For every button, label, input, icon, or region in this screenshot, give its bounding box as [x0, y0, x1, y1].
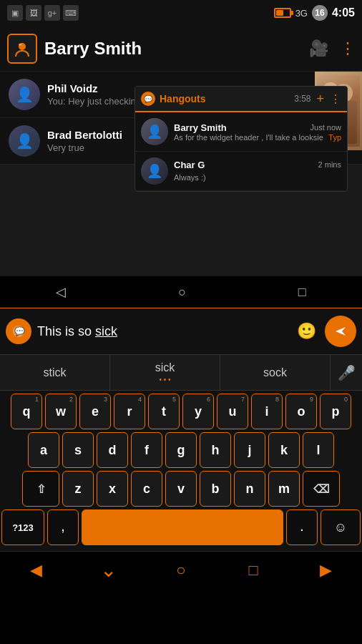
signal-text: 3G	[295, 8, 308, 19]
bottom-forward-button[interactable]: ▶	[304, 552, 347, 588]
message-text-plain: This is so	[37, 324, 95, 338]
svg-text:💬: 💬	[14, 326, 25, 336]
widget-header-left: 💬 Hangouts	[141, 92, 206, 106]
bottom-navigation: ◀ ⌄ ○ □ ▶	[0, 551, 362, 588]
word-suggestions-bar: stick sick • • • sock 🎤	[0, 355, 362, 391]
widget-header: 💬 Hangouts 3:58 + ⋮	[135, 87, 347, 112]
widget-name-char: Char G	[174, 160, 205, 170]
app-icon-3: g+	[44, 5, 60, 21]
widget-avatar-barry: 👤	[141, 118, 168, 145]
avatar-brad: 👤	[9, 125, 40, 157]
app-icon-2: 🖼	[26, 5, 41, 21]
contact-name: Barry Smith	[44, 39, 309, 59]
video-call-icon[interactable]: 🎥	[309, 39, 328, 58]
nav-home-icon[interactable]: ○	[178, 285, 186, 300]
keyboard-row-4: ?123 , . ☺	[1, 509, 361, 545]
status-icons-right: 3G 16 4:05	[274, 5, 355, 21]
conversation-area: 👤 Phil Voidz You: Hey just checking in w…	[0, 72, 362, 308]
key-w[interactable]: 2w	[45, 394, 77, 429]
avatar-phil: 👤	[9, 79, 40, 110]
keyboard-row-3: ⇧ z x c v b n m ⌫	[1, 471, 361, 507]
contact-avatar: ''	[7, 34, 37, 64]
svg-text:'': ''	[19, 43, 21, 51]
key-k[interactable]: k	[268, 432, 300, 468]
key-r[interactable]: 4r	[114, 394, 145, 429]
widget-content-char: Char G 2 mins Always :)	[174, 160, 341, 183]
message-input-area: 💬 This is so sick 🙂	[0, 308, 362, 355]
bottom-back-button[interactable]: ◀	[15, 552, 58, 588]
widget-name-barry: Barry Smith	[174, 122, 227, 133]
key-shift[interactable]: ⇧	[22, 471, 59, 507]
widget-add-icon[interactable]: +	[316, 92, 324, 107]
header-actions: 🎥 ⋮	[309, 39, 355, 58]
key-v[interactable]: v	[165, 471, 197, 507]
app-header: '' Barry Smith 🎥 ⋮	[0, 26, 362, 72]
widget-msg-char: Always :)	[174, 173, 206, 182]
key-y[interactable]: 6y	[182, 394, 214, 429]
key-p[interactable]: 0p	[320, 394, 351, 429]
emoji-button[interactable]: 🙂	[293, 318, 319, 344]
widget-avatar-char: 👤	[141, 157, 168, 185]
key-emoji[interactable]: ☺	[321, 509, 361, 545]
key-o[interactable]: 9o	[285, 394, 317, 429]
key-a[interactable]: a	[28, 432, 59, 468]
key-g[interactable]: g	[165, 432, 197, 468]
chat-bubble-icon: 💬	[6, 318, 31, 344]
key-e[interactable]: 3e	[79, 394, 111, 429]
status-bar: ▣ 🖼 g+ ⌨ 3G 16 4:05	[0, 0, 362, 26]
battery-icon	[274, 8, 291, 18]
key-n[interactable]: n	[234, 471, 265, 507]
widget-typing-barry: Typ	[328, 133, 341, 142]
nav-back-icon[interactable]: ◁	[56, 284, 66, 300]
key-f[interactable]: f	[131, 432, 162, 468]
key-l[interactable]: l	[303, 432, 334, 468]
key-u[interactable]: 7u	[217, 394, 248, 429]
hangouts-icon: 💬	[141, 92, 155, 106]
key-space[interactable]	[82, 509, 283, 545]
widget-time: 3:58	[294, 94, 310, 104]
key-q[interactable]: 1q	[11, 394, 42, 429]
suggestion-sock[interactable]: sock	[220, 355, 331, 390]
keyboard: 1q 2w 3e 4r 5t 6y 7u 8i 9o 0p a s d f g …	[0, 391, 362, 551]
clock: 4:05	[332, 6, 355, 19]
message-text-underlined: sick	[95, 324, 117, 338]
more-options-icon[interactable]: ⋮	[340, 39, 355, 58]
widget-time-char: 2 mins	[318, 160, 341, 169]
bottom-chevron-button[interactable]: ⌄	[87, 552, 130, 588]
nav-recents-icon[interactable]: □	[298, 285, 306, 300]
message-text[interactable]: This is so sick	[37, 324, 288, 339]
key-j[interactable]: j	[234, 432, 265, 468]
suggestion-sick[interactable]: sick • • •	[110, 355, 220, 390]
widget-actions: 3:58 + ⋮	[294, 92, 341, 107]
widget-item-barry[interactable]: 👤 Barry Smith Just now As for the widget…	[135, 112, 347, 152]
send-button[interactable]	[325, 316, 356, 347]
widget-item-char[interactable]: 👤 Char G 2 mins Always :)	[135, 152, 347, 191]
key-delete[interactable]: ⌫	[303, 471, 340, 507]
status-icons-left: ▣ 🖼 g+ ⌨	[7, 5, 79, 21]
bottom-home-button[interactable]: ○	[160, 552, 202, 588]
key-period[interactable]: .	[286, 509, 318, 545]
in-app-nav: ◁ ○ □	[0, 276, 362, 308]
widget-content-barry: Barry Smith Just now As for the widget h…	[174, 122, 341, 142]
app-icon-4: ⌨	[63, 5, 79, 21]
key-b[interactable]: b	[200, 471, 231, 507]
keyboard-row-2: a s d f g h j k l	[1, 432, 361, 468]
app-icon-1: ▣	[7, 5, 23, 21]
key-z[interactable]: z	[62, 471, 94, 507]
bottom-recents-button[interactable]: □	[232, 552, 275, 588]
key-num-switch[interactable]: ?123	[1, 509, 44, 545]
key-comma[interactable]: ,	[47, 509, 79, 545]
key-i[interactable]: 8i	[251, 394, 283, 429]
widget-more-icon[interactable]: ⋮	[330, 92, 341, 106]
key-d[interactable]: d	[97, 432, 128, 468]
key-c[interactable]: c	[131, 471, 162, 507]
key-t[interactable]: 5t	[148, 394, 180, 429]
microphone-button[interactable]: 🎤	[331, 364, 362, 381]
key-s[interactable]: s	[62, 432, 94, 468]
keyboard-row-1: 1q 2w 3e 4r 5t 6y 7u 8i 9o 0p	[1, 394, 361, 429]
key-m[interactable]: m	[268, 471, 300, 507]
widget-msg-barry: As for the widget header , I'll take a l…	[174, 133, 323, 142]
suggestion-stick[interactable]: stick	[0, 355, 110, 390]
key-x[interactable]: x	[97, 471, 128, 507]
key-h[interactable]: h	[200, 432, 231, 468]
